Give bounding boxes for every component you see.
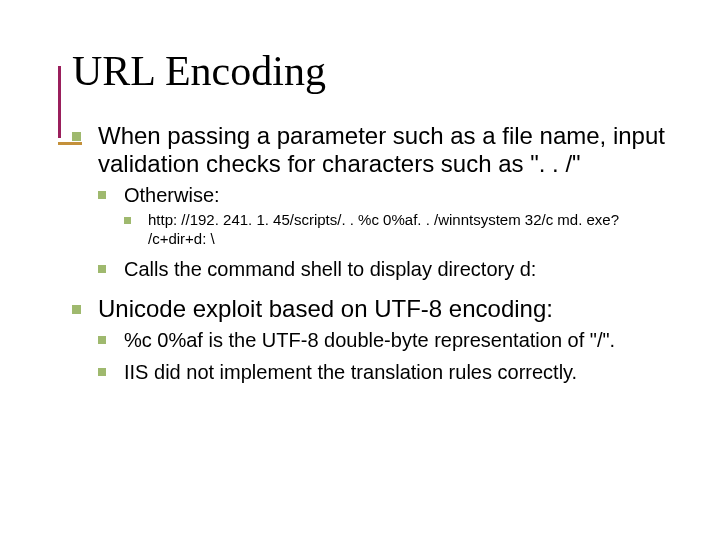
- square-bullet-icon: [72, 132, 81, 141]
- bullet-text: Otherwise:: [124, 184, 220, 206]
- square-bullet-icon: [72, 305, 81, 314]
- slide-title: URL Encoding: [72, 48, 680, 94]
- square-bullet-icon: [98, 191, 106, 199]
- bullet-l1: When passing a parameter such as a file …: [72, 122, 680, 281]
- square-bullet-icon: [124, 217, 131, 224]
- square-bullet-icon: [98, 336, 106, 344]
- square-bullet-icon: [98, 265, 106, 273]
- bullet-l2: Calls the command shell to display direc…: [98, 257, 680, 281]
- bullet-text: When passing a parameter such as a file …: [98, 122, 665, 177]
- bullet-text: Unicode exploit based on UTF-8 encoding:: [98, 295, 553, 322]
- bullet-list: When passing a parameter such as a file …: [72, 122, 680, 384]
- bullet-l2: IIS did not implement the translation ru…: [98, 360, 680, 384]
- bullet-text: http: //192. 241. 1. 45/scripts/. . %c 0…: [148, 211, 619, 247]
- bullet-text: IIS did not implement the translation ru…: [124, 361, 577, 383]
- bullet-l2: %c 0%af is the UTF-8 double-byte represe…: [98, 328, 680, 352]
- square-bullet-icon: [98, 368, 106, 376]
- bullet-l3: http: //192. 241. 1. 45/scripts/. . %c 0…: [124, 211, 680, 249]
- bullet-l1: Unicode exploit based on UTF-8 encoding:…: [72, 295, 680, 385]
- bullet-l2: Otherwise: http: //192. 241. 1. 45/scrip…: [98, 183, 680, 249]
- slide: URL Encoding When passing a parameter su…: [0, 0, 720, 540]
- bullet-text: %c 0%af is the UTF-8 double-byte represe…: [124, 329, 615, 351]
- accent-vertical: [58, 66, 61, 138]
- bullet-text: Calls the command shell to display direc…: [124, 258, 536, 280]
